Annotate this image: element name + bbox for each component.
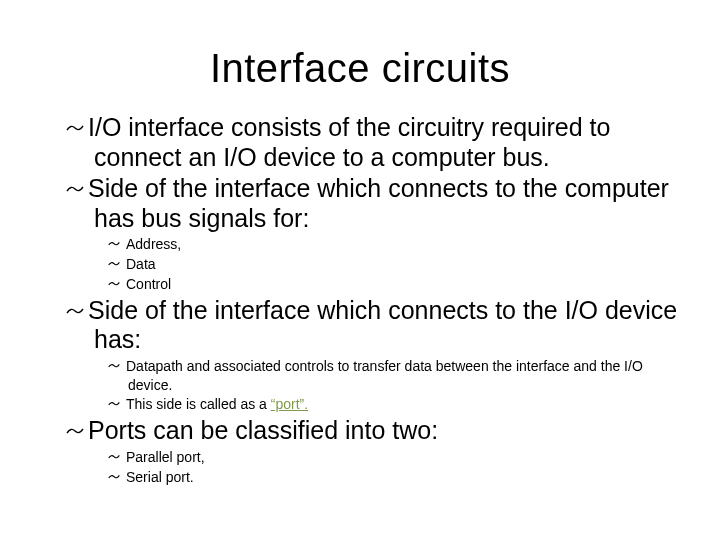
bullet-level1: Ports can be classified into two: (40, 416, 680, 446)
bullet-glyph-icon (108, 255, 126, 274)
bullet-glyph-icon (108, 357, 126, 376)
bullet-text: Ports can be classified into two: (88, 416, 438, 444)
bullet-glyph-icon (66, 174, 88, 204)
bullet-text: Side of the interface which connects to … (88, 296, 677, 354)
bullet-level2: Parallel port, (40, 448, 680, 467)
slide-title: Interface circuits (40, 46, 680, 91)
bullet-level1: I/O interface consists of the circuitry … (40, 113, 680, 172)
bullet-text: Serial port. (126, 469, 194, 485)
bullet-glyph-icon (108, 395, 126, 414)
slide: Interface circuits I/O interface consist… (0, 0, 720, 540)
bullet-level1: Side of the interface which connects to … (40, 296, 680, 355)
bullet-glyph-icon (66, 113, 88, 143)
bullet-text: Datapath and associated controls to tran… (126, 358, 643, 393)
bullet-level1: Side of the interface which connects to … (40, 174, 680, 233)
port-term: “port”. (271, 396, 308, 412)
bullet-text: Control (126, 276, 171, 292)
bullet-text-pre: This side is called as a (126, 396, 271, 412)
bullet-text: I/O interface consists of the circuitry … (88, 113, 610, 171)
bullet-level2: Address, (40, 235, 680, 254)
bullet-glyph-icon (108, 235, 126, 254)
bullet-level2: Control (40, 275, 680, 294)
bullet-text: Parallel port, (126, 449, 205, 465)
bullet-level2: Serial port. (40, 468, 680, 487)
bullet-level2: Data (40, 255, 680, 274)
bullet-text: Data (126, 256, 156, 272)
bullet-text: Address, (126, 236, 181, 252)
bullet-glyph-icon (108, 468, 126, 487)
bullet-glyph-icon (66, 416, 88, 446)
bullet-glyph-icon (66, 296, 88, 326)
bullet-glyph-icon (108, 275, 126, 294)
bullet-text: Side of the interface which connects to … (88, 174, 669, 232)
bullet-level2: This side is called as a “port”. (40, 395, 680, 414)
bullet-level2: Datapath and associated controls to tran… (40, 357, 680, 395)
bullet-glyph-icon (108, 448, 126, 467)
